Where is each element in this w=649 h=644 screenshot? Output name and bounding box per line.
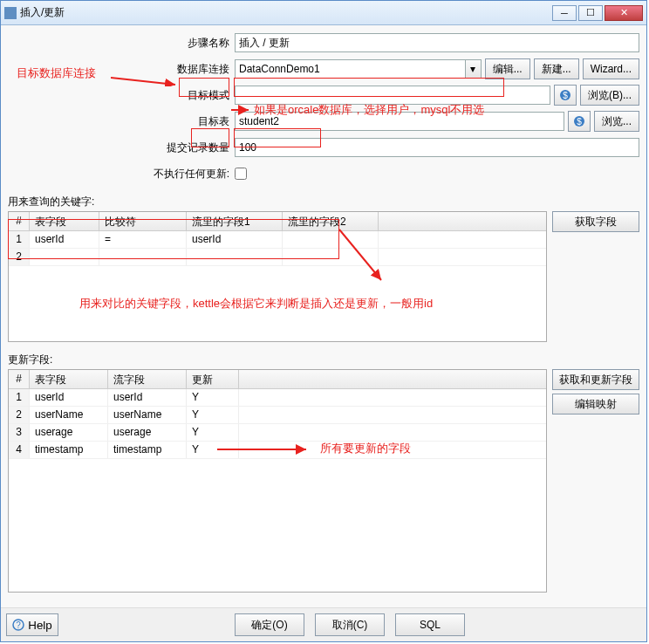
help-button[interactable]: ? Help [6,613,58,636]
dropdown-arrow-icon[interactable]: ▾ [466,59,482,79]
cell[interactable]: 2 [9,249,30,265]
help-label: Help [28,619,51,632]
cell[interactable] [99,249,187,265]
step-name-label: 步骤名称 [8,36,235,51]
key-section-label: 用来查询的关键字: [8,195,639,209]
cell[interactable]: 2 [9,407,30,423]
db-conn-select[interactable] [235,59,466,79]
browse-schema-button[interactable]: 浏览(B)... [580,85,639,106]
update-section-label: 更新字段: [8,353,639,367]
upd-head-streamfield: 流字段 [108,370,187,388]
cell[interactable]: 4 [9,442,30,458]
cell[interactable]: userage [108,424,187,441]
target-table-input[interactable] [235,112,564,131]
key-grid[interactable]: # 表字段 比较符 流里的字段1 流里的字段2 1userId=userId2 [8,211,547,342]
upd-head-update: 更新 [187,370,239,388]
table-var-button[interactable]: $ [568,111,591,132]
table-row[interactable]: 1userIduserIdY [9,389,546,407]
step-name-input[interactable] [235,33,639,52]
commit-size-input[interactable] [235,138,639,157]
cancel-button[interactable]: 取消(C) [315,613,385,636]
cell[interactable] [283,231,379,248]
get-update-fields-button[interactable]: 获取和更新字段 [552,369,639,390]
cell[interactable]: timestamp [108,442,187,458]
help-icon: ? [12,619,24,631]
key-head-comparator: 比较符 [99,212,187,230]
window-icon [4,7,17,19]
sql-button[interactable]: SQL [395,613,465,636]
cell[interactable]: Y [187,407,239,423]
new-conn-button[interactable]: 新建... [534,58,579,79]
no-update-checkbox[interactable] [235,168,247,180]
cell[interactable]: = [99,231,187,248]
table-row[interactable]: 3userageuserageY [9,424,546,442]
minimize-button[interactable]: ─ [552,5,577,21]
key-head-tablefield: 表字段 [30,212,99,230]
cell[interactable]: userName [108,407,187,423]
cell[interactable]: userId [108,389,187,406]
table-row[interactable]: 1userId=userId [9,231,546,249]
upd-head-num: # [9,370,30,388]
cell[interactable] [187,249,283,265]
window-controls: ─ ☐ ✕ [552,5,643,21]
get-key-fields-button[interactable]: 获取字段 [552,211,639,232]
cell[interactable]: Y [187,389,239,406]
cell[interactable] [283,249,379,265]
ok-button[interactable]: 确定(O) [235,613,304,636]
cell[interactable]: userId [187,231,283,248]
cell[interactable]: Y [187,442,239,458]
cell[interactable]: 3 [9,424,30,441]
cell[interactable]: userId [30,389,108,406]
commit-size-label: 提交记录数量 [8,140,235,155]
window-title: 插入/更新 [20,5,65,20]
target-schema-label: 目标模式 [8,88,235,103]
table-row[interactable]: 4timestamptimestampY [9,442,546,459]
no-update-label: 不执行任何更新: [8,167,235,182]
cell[interactable]: 1 [9,231,30,248]
cell[interactable]: userName [30,407,108,423]
update-grid[interactable]: # 表字段 流字段 更新 1userIduserIdY2userNameuser… [8,369,547,593]
cell[interactable]: userId [30,231,99,248]
titlebar: 插入/更新 ─ ☐ ✕ [1,1,646,25]
cell[interactable]: 1 [9,389,30,406]
upd-head-tablefield: 表字段 [30,370,108,388]
target-table-label: 目标表 [8,114,235,129]
svg-text:$: $ [563,91,568,100]
cell[interactable]: Y [187,424,239,441]
key-head-num: # [9,212,30,230]
wizard-button[interactable]: Wizard... [583,58,639,79]
cell[interactable]: userage [30,424,108,441]
db-conn-label: 数据库连接 [8,62,235,77]
edit-conn-button[interactable]: 编辑... [485,58,530,79]
close-button[interactable]: ✕ [605,5,643,21]
schema-var-button[interactable]: $ [554,85,577,106]
cell[interactable] [30,249,99,265]
browse-table-button[interactable]: 浏览... [594,111,639,132]
svg-text:?: ? [17,620,22,630]
svg-text:$: $ [577,117,582,127]
cell[interactable]: timestamp [30,442,108,458]
table-row[interactable]: 2userNameuserNameY [9,407,546,424]
edit-mapping-button[interactable]: 编辑映射 [552,394,639,414]
maximize-button[interactable]: ☐ [578,5,603,21]
target-schema-input[interactable] [235,86,550,105]
key-head-stream2: 流里的字段2 [283,212,379,230]
table-row[interactable]: 2 [9,249,546,266]
key-head-stream1: 流里的字段1 [187,212,283,230]
